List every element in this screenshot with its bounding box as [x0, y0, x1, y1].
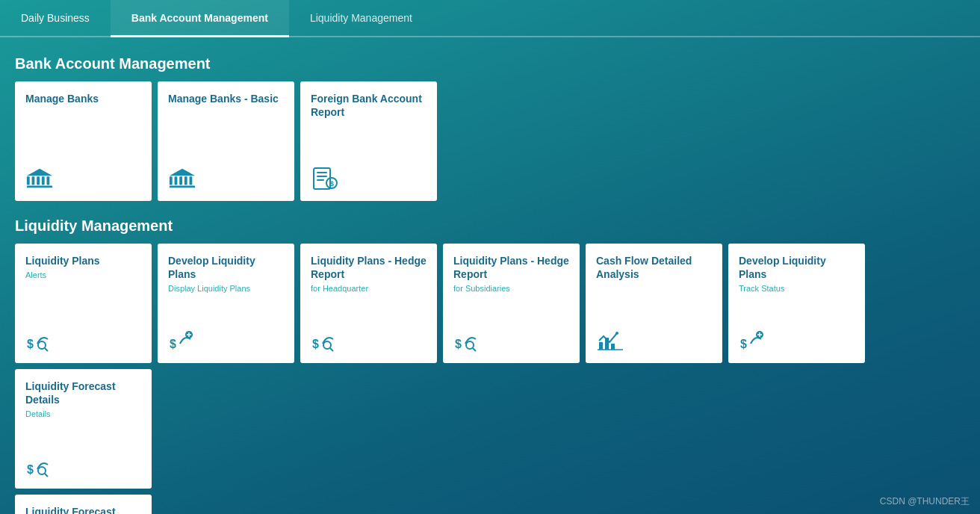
- liquidity-search-icon-3: $: [453, 329, 482, 353]
- svg-line-32: [473, 348, 476, 351]
- liquidity-management-card-grid: Liquidity Plans Alerts $ Develop Liquidi…: [15, 244, 965, 489]
- svg-point-37: [615, 332, 618, 335]
- dlp-track-title: Develop Liquidity Plans: [739, 254, 855, 281]
- svg-rect-16: [317, 176, 327, 177]
- card-manage-banks-basic-title: Manage Banks - Basic: [168, 92, 284, 105]
- dlp-track-subtitle: Track Status: [739, 283, 855, 294]
- tab-bank-account-management[interactable]: Bank Account Management: [111, 0, 289, 37]
- svg-marker-6: [27, 169, 52, 176]
- svg-text:$: $: [312, 338, 319, 350]
- svg-rect-9: [175, 176, 178, 185]
- liquidity-management-row2-grid: Liquidity Forecast Details Overview $: [15, 495, 965, 514]
- card-manage-banks[interactable]: Manage Banks: [15, 81, 152, 201]
- svg-text:$: $: [27, 463, 34, 476]
- bank-basic-icon: [168, 167, 196, 191]
- svg-text:$: $: [740, 338, 747, 350]
- lf-details-subtitle: Details: [25, 409, 141, 419]
- svg-rect-7: [170, 186, 195, 188]
- svg-rect-11: [184, 176, 187, 185]
- tab-daily-business[interactable]: Daily Business: [0, 0, 111, 37]
- bank-icon: [25, 167, 54, 191]
- dlp-subtitle: Display Liquidity Plans: [168, 283, 284, 294]
- liquidity-add-icon-2: $: [739, 329, 767, 353]
- svg-point-21: [38, 341, 46, 349]
- svg-rect-8: [170, 176, 173, 185]
- card-lp-hedge-sub[interactable]: Liquidity Plans - Hedge Report for Subsi…: [443, 244, 580, 363]
- cf-detailed-title: Cash Flow Detailed Analysis: [596, 254, 712, 281]
- svg-rect-17: [317, 179, 324, 181]
- svg-rect-15: [317, 172, 327, 173]
- svg-marker-13: [170, 169, 195, 176]
- svg-point-31: [466, 341, 474, 349]
- card-liquidity-plans-alerts[interactable]: Liquidity Plans Alerts $: [15, 244, 152, 363]
- lf-overview-title: Liquidity Forecast Details: [25, 505, 141, 514]
- svg-line-22: [45, 348, 48, 351]
- card-manage-banks-basic[interactable]: Manage Banks - Basic: [158, 81, 294, 201]
- svg-rect-12: [190, 176, 193, 185]
- liquidity-add-icon-1: $: [168, 329, 196, 353]
- card-manage-banks-title: Manage Banks: [25, 92, 141, 105]
- report-icon: $: [311, 167, 339, 191]
- svg-rect-2: [32, 176, 35, 185]
- svg-rect-10: [179, 176, 182, 185]
- svg-text:$: $: [330, 180, 334, 188]
- svg-rect-1: [27, 176, 30, 185]
- card-lp-hedge-hq[interactable]: Liquidity Plans - Hedge Report for Headq…: [300, 244, 437, 363]
- tab-liquidity-management[interactable]: Liquidity Management: [289, 0, 433, 37]
- card-develop-liquidity-plans[interactable]: Develop Liquidity Plans Display Liquidit…: [158, 244, 294, 363]
- svg-rect-35: [611, 344, 615, 350]
- bank-account-card-grid: Manage Banks Manage Banks - Basic: [15, 81, 965, 201]
- svg-rect-5: [47, 176, 50, 185]
- card-lf-overview[interactable]: Liquidity Forecast Details Overview $: [15, 495, 152, 514]
- svg-rect-0: [27, 186, 52, 188]
- svg-text:$: $: [170, 338, 176, 350]
- svg-line-29: [330, 348, 333, 351]
- card-cash-flow-detailed[interactable]: Cash Flow Detailed Analysis: [586, 244, 722, 363]
- chart-icon: [596, 329, 624, 353]
- lf-details-title: Liquidity Forecast Details: [25, 380, 141, 406]
- lp-hedge-sub-title: Liquidity Plans - Hedge Report: [453, 254, 569, 281]
- liquidity-search-icon-4: $: [25, 454, 54, 478]
- top-nav: Daily Business Bank Account Management L…: [0, 0, 980, 37]
- svg-point-28: [323, 341, 331, 349]
- svg-text:$: $: [455, 338, 462, 350]
- lp-hedge-sub-subtitle: for Subsidiaries: [453, 283, 569, 294]
- watermark: CSDN @THUNDER王: [880, 495, 970, 508]
- card-develop-lp-track[interactable]: Develop Liquidity Plans Track Status $: [728, 244, 865, 363]
- card-lf-details[interactable]: Liquidity Forecast Details Details $: [15, 369, 152, 489]
- svg-rect-3: [37, 176, 40, 185]
- liquidity-search-icon-1: $: [25, 329, 54, 353]
- svg-rect-4: [42, 176, 45, 185]
- lp-alerts-title: Liquidity Plans: [25, 254, 141, 267]
- card-foreign-bank-title: Foreign Bank Account Report: [311, 92, 427, 119]
- lp-alerts-subtitle: Alerts: [25, 270, 141, 280]
- dlp-title: Develop Liquidity Plans: [168, 254, 284, 281]
- svg-point-43: [38, 467, 46, 474]
- svg-rect-33: [599, 342, 603, 350]
- svg-text:$: $: [27, 338, 34, 350]
- bank-account-management-title: Bank Account Management: [15, 55, 965, 72]
- svg-line-44: [45, 474, 48, 477]
- lp-hedge-hq-subtitle: for Headquarter: [311, 283, 427, 294]
- card-foreign-bank-account-report[interactable]: Foreign Bank Account Report $: [300, 81, 437, 201]
- main-content: Bank Account Management Manage Banks Man…: [0, 37, 980, 514]
- liquidity-management-title: Liquidity Management: [15, 217, 965, 235]
- lp-hedge-hq-title: Liquidity Plans - Hedge Report: [311, 254, 427, 281]
- liquidity-search-icon-2: $: [311, 329, 339, 353]
